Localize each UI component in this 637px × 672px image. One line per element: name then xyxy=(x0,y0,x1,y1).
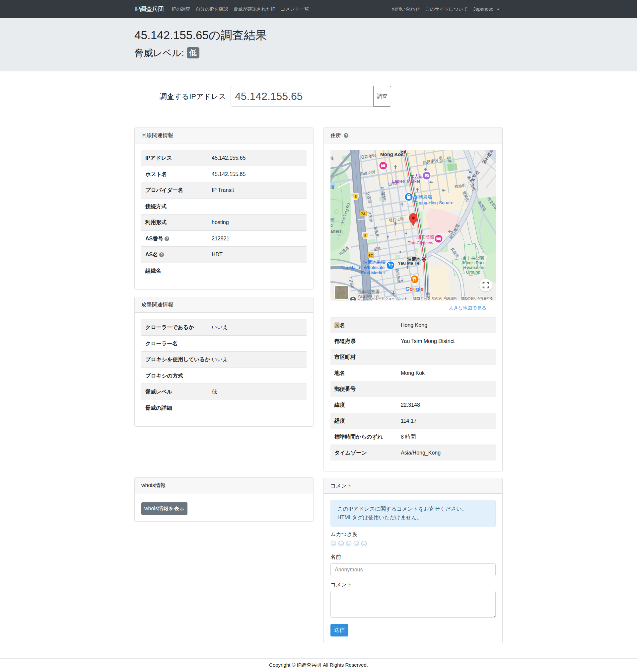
svg-text:Poli: Poli xyxy=(357,299,365,300)
svg-text:Yau Ma Tei: Yau Ma Tei xyxy=(398,261,421,266)
svg-text:城景國際: 城景國際 xyxy=(416,235,435,240)
svg-text:部: 部 xyxy=(330,217,335,223)
svg-text:利用規約: 利用規約 xyxy=(444,296,456,300)
svg-text:地図の誤りを報告する: 地図の誤りを報告する xyxy=(461,296,493,300)
svg-text:6E: 6E xyxy=(369,254,373,258)
svg-text:地図データ ©2026: 地図データ ©2026 xyxy=(413,296,442,300)
svg-text:Yau Ma Tei Wholesale: Yau Ma Tei Wholesale xyxy=(340,265,384,270)
svg-text:o: o xyxy=(410,286,413,292)
svg-text:5: 5 xyxy=(355,195,357,198)
svg-text:Chong Hing Square: Chong Hing Square xyxy=(414,200,454,205)
svg-text:キーボード ショートカット: キーボード ショートカット xyxy=(369,296,407,300)
svg-text:G: G xyxy=(405,286,410,292)
svg-text:Ground: Ground xyxy=(466,270,480,275)
svg-text:Recreation: Recreation xyxy=(463,265,485,270)
svg-text:女人街: 女人街 xyxy=(410,174,423,179)
svg-text:arters: arters xyxy=(330,229,342,234)
svg-text:7A: 7A xyxy=(361,212,366,216)
svg-text:街: 街 xyxy=(330,156,334,161)
svg-text:京士柏公園: 京士柏公園 xyxy=(462,255,484,261)
svg-text:g: g xyxy=(416,286,419,292)
svg-text:油麻地果欄: 油麻地果欄 xyxy=(363,260,385,265)
svg-text:o: o xyxy=(413,286,416,292)
svg-text:創興廣場: 創興廣場 xyxy=(414,195,432,199)
svg-text:Fruit Market: Fruit Market xyxy=(361,270,385,275)
svg-text:Mong Kok: Mong Kok xyxy=(380,152,404,157)
svg-text:Ladies' Market: Ladies' Market xyxy=(392,179,420,183)
svg-text:5: 5 xyxy=(364,234,366,238)
svg-text:道: 道 xyxy=(330,184,334,189)
svg-text:e: e xyxy=(421,286,424,292)
svg-text:The Cityview: The Cityview xyxy=(408,241,434,245)
svg-text:King's Park: King's Park xyxy=(463,260,485,265)
svg-text:d: d xyxy=(330,223,333,228)
svg-text:油麻地警署: 油麻地警署 xyxy=(357,289,380,294)
